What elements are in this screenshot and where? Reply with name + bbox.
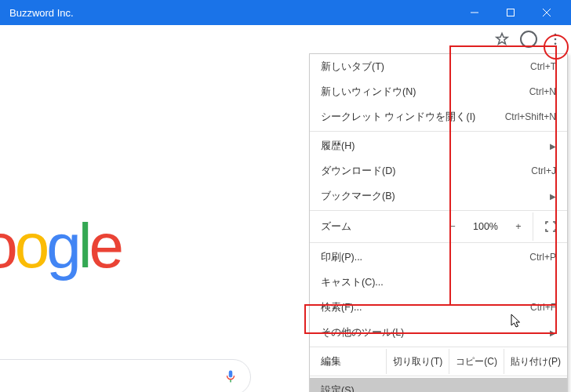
menu-incognito[interactable]: シークレット ウィンドウを開く(I)Ctrl+Shift+N <box>310 104 567 129</box>
google-logo: Google <box>0 210 121 282</box>
search-input[interactable] <box>0 359 251 392</box>
menu-separator <box>310 376 567 376</box>
svg-point-5 <box>555 38 557 41</box>
bookmark-star-icon[interactable] <box>491 28 513 50</box>
profile-icon[interactable] <box>518 28 540 50</box>
menu-separator <box>310 131 567 132</box>
chrome-menu: 新しいタブ(T)Ctrl+T 新しいウィンドウ(N)Ctrl+N シークレット … <box>309 53 568 392</box>
edit-cut-button[interactable]: 切り取り(T) <box>386 349 449 374</box>
menu-separator <box>310 347 567 347</box>
maximize-button[interactable] <box>493 0 529 25</box>
menu-settings[interactable]: 設定(S) <box>310 378 567 392</box>
mic-icon[interactable] <box>224 368 238 387</box>
menu-find[interactable]: 検索(F)...Ctrl+F <box>310 295 567 320</box>
browser-toolbar <box>0 25 571 53</box>
menu-history[interactable]: 履歴(H)▶ <box>310 133 567 158</box>
menu-separator <box>310 242 567 243</box>
svg-rect-7 <box>230 379 231 382</box>
fullscreen-icon[interactable] <box>533 212 567 241</box>
menu-separator <box>310 210 567 211</box>
minimize-button[interactable] <box>456 0 493 25</box>
zoom-out-button[interactable]: − <box>438 221 467 232</box>
chevron-right-icon: ▶ <box>544 192 556 201</box>
menu-cast[interactable]: キャスト(C)... <box>310 270 567 295</box>
menu-new-window[interactable]: 新しいウィンドウ(N)Ctrl+N <box>310 79 567 104</box>
menu-bookmarks[interactable]: ブックマーク(B)▶ <box>310 183 567 209</box>
chevron-right-icon: ▶ <box>544 142 556 151</box>
menu-edit: 編集 切り取り(T) コピー(C) 貼り付け(P) <box>310 349 567 374</box>
zoom-level: 100% <box>467 221 504 232</box>
edit-copy-button[interactable]: コピー(C) <box>449 349 504 374</box>
kebab-menu-icon[interactable] <box>544 28 566 50</box>
menu-zoom: ズーム − 100% + <box>310 212 567 241</box>
svg-rect-1 <box>507 9 515 16</box>
window-titlebar: Buzzword Inc. <box>0 0 571 25</box>
menu-more-tools[interactable]: その他のツール(L)▶ <box>310 320 567 345</box>
chevron-right-icon: ▶ <box>544 328 556 337</box>
menu-new-tab[interactable]: 新しいタブ(T)Ctrl+T <box>310 54 567 79</box>
close-button[interactable] <box>529 0 565 25</box>
svg-point-4 <box>555 34 557 36</box>
edit-paste-button[interactable]: 貼り付け(P) <box>504 349 567 374</box>
menu-print[interactable]: 印刷(P)...Ctrl+P <box>310 245 567 270</box>
svg-point-6 <box>555 43 557 45</box>
zoom-in-button[interactable]: + <box>504 221 533 232</box>
window-title: Buzzword Inc. <box>6 7 456 19</box>
menu-downloads[interactable]: ダウンロード(D)Ctrl+J <box>310 158 567 183</box>
window-buttons <box>456 0 565 25</box>
